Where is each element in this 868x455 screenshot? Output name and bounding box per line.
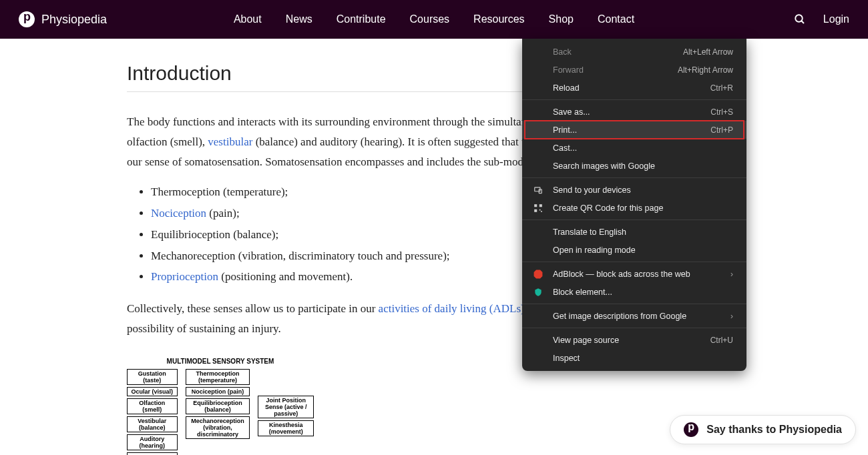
- ctx-label: Cast...: [553, 143, 577, 153]
- ctx-label: Search images with Google: [553, 161, 655, 171]
- ctx-inspect[interactable]: Inspect: [522, 349, 746, 367]
- diagram-box: Nociception (pain): [186, 387, 250, 396]
- text: Mechanoreception (vibration, discriminat…: [151, 250, 450, 262]
- ctx-shortcut: Alt+Right Arrow: [678, 65, 733, 75]
- nav-news[interactable]: News: [286, 13, 312, 25]
- sensory-diagram: MULTIMODEL SENSORY SYSTEM Gustation (tas…: [127, 358, 314, 456]
- browser-context-menu: Back Alt+Left Arrow Forward Alt+Right Ar…: [522, 39, 746, 371]
- svg-point-0: [795, 15, 803, 22]
- link-nociception[interactable]: Nociception: [151, 207, 206, 219]
- thanks-button[interactable]: Say thanks to Physiopedia: [670, 415, 856, 444]
- brand-mark-icon: [684, 422, 698, 437]
- link-adl[interactable]: activities of daily living (ADLs): [379, 302, 525, 315]
- diagram-box: Joint Position Sense (active / passive): [258, 396, 314, 418]
- ctx-forward[interactable]: Forward Alt+Right Arrow: [522, 61, 746, 79]
- ctx-image-descriptions[interactable]: Get image descriptions from Google ›: [522, 307, 746, 325]
- diagram-box: Mechanoreception (vibration, discriminat…: [186, 416, 250, 439]
- ctx-label: Print...: [553, 125, 577, 135]
- ctx-adblock[interactable]: AdBlock — block ads across the web ›: [522, 265, 746, 283]
- login-link[interactable]: Login: [823, 13, 849, 25]
- adblock-icon: [533, 269, 544, 280]
- ctx-separator: [522, 177, 746, 178]
- brand[interactable]: Physiopedia: [19, 11, 107, 27]
- diagram-box: Vestibular (balance): [127, 416, 178, 432]
- diagram-box: Thermoception (temperature): [186, 369, 250, 385]
- svg-rect-4: [534, 204, 537, 207]
- nav-contact[interactable]: Contact: [598, 13, 634, 25]
- link-proprioception[interactable]: Proprioception: [151, 270, 218, 283]
- ctx-cast[interactable]: Cast...: [522, 139, 746, 157]
- text: Thermoception (temperature);: [151, 185, 288, 198]
- ctx-save-as[interactable]: Save as... Ctrl+S: [522, 103, 746, 121]
- qr-icon: [533, 203, 544, 213]
- ctx-label: View page source: [553, 336, 619, 345]
- ctx-send-devices[interactable]: Send to your devices: [522, 181, 746, 199]
- ctx-label: AdBlock — block ads across the web: [553, 270, 690, 279]
- chevron-right-icon: ›: [730, 312, 733, 321]
- nav-shop[interactable]: Shop: [549, 13, 574, 25]
- site-header: Physiopedia About News Contribute Course…: [0, 0, 868, 39]
- main-nav: About News Contribute Courses Resources …: [234, 13, 634, 25]
- ctx-separator: [522, 99, 746, 100]
- svg-marker-9: [534, 270, 543, 278]
- brand-logo-icon: [19, 11, 35, 27]
- devices-icon: [533, 185, 544, 195]
- ctx-label: Open in reading mode: [553, 246, 636, 255]
- ctx-label: Back: [553, 47, 572, 57]
- ctx-label: Block element...: [553, 288, 612, 297]
- ctx-reload[interactable]: Reload Ctrl+R: [522, 79, 746, 97]
- diagram-box: Ocular (visual): [127, 387, 178, 396]
- shield-icon: [533, 287, 544, 298]
- ctx-label: Create QR Code for this page: [553, 203, 663, 213]
- diagram-box: Equilibrioception (balance): [186, 398, 250, 414]
- ctx-separator: [522, 304, 746, 304]
- ctx-shortcut: Ctrl+P: [710, 125, 733, 135]
- ctx-back[interactable]: Back Alt+Left Arrow: [522, 43, 746, 61]
- nav-courses[interactable]: Courses: [410, 13, 450, 25]
- ctx-label: Send to your devices: [553, 185, 631, 195]
- nav-contribute[interactable]: Contribute: [337, 13, 386, 25]
- text: (pain);: [206, 207, 240, 219]
- diagram-title: MULTIMODEL SENSORY SYSTEM: [127, 358, 314, 365]
- ctx-shortcut: Ctrl+R: [710, 83, 733, 93]
- ctx-label: Forward: [553, 65, 584, 75]
- diagram-box: Gustation (taste): [127, 369, 178, 385]
- text: Equilibrioception (balance);: [151, 228, 278, 241]
- text: (positioning and movement).: [218, 270, 353, 283]
- ctx-block-element[interactable]: Block element...: [522, 283, 746, 301]
- ctx-separator: [522, 219, 746, 220]
- svg-rect-8: [541, 211, 542, 212]
- ctx-label: Inspect: [553, 354, 580, 363]
- ctx-create-qr[interactable]: Create QR Code for this page: [522, 199, 746, 217]
- diagram-box: Olfaction (smell): [127, 398, 178, 414]
- ctx-print[interactable]: Print... Ctrl+P: [522, 121, 746, 139]
- nav-resources[interactable]: Resources: [473, 13, 524, 25]
- svg-rect-6: [534, 209, 537, 211]
- ctx-view-source[interactable]: View page source Ctrl+U: [522, 331, 746, 349]
- text: Collectively, these senses allow us to p…: [127, 302, 379, 315]
- svg-rect-5: [539, 204, 542, 207]
- header-right: Login: [794, 13, 849, 25]
- svg-line-1: [801, 21, 804, 23]
- ctx-shortcut: Alt+Left Arrow: [683, 47, 733, 57]
- ctx-label: Save as...: [553, 107, 590, 117]
- ctx-label: Reload: [553, 83, 580, 93]
- thanks-label: Say thanks to Physiopedia: [706, 424, 842, 436]
- chevron-right-icon: ›: [730, 270, 733, 279]
- ctx-separator: [522, 328, 746, 328]
- link-vestibular[interactable]: vestibular: [208, 135, 252, 148]
- diagram-box: Auditory (hearing): [127, 434, 178, 450]
- ctx-label: Get image descriptions from Google: [553, 312, 686, 321]
- search-icon[interactable]: [794, 13, 806, 25]
- diagram-box: Kinesthesia (movement): [258, 420, 314, 436]
- brand-name: Physiopedia: [41, 13, 107, 27]
- ctx-shortcut: Ctrl+U: [710, 336, 733, 345]
- ctx-translate[interactable]: Translate to English: [522, 223, 746, 241]
- svg-rect-7: [539, 209, 541, 210]
- diagram-box: Somatosensory "sixth sense": [127, 452, 178, 456]
- ctx-shortcut: Ctrl+S: [710, 107, 733, 117]
- ctx-search-images[interactable]: Search images with Google: [522, 157, 746, 175]
- nav-about[interactable]: About: [234, 13, 262, 25]
- ctx-separator: [522, 262, 746, 262]
- ctx-reading-mode[interactable]: Open in reading mode: [522, 241, 746, 259]
